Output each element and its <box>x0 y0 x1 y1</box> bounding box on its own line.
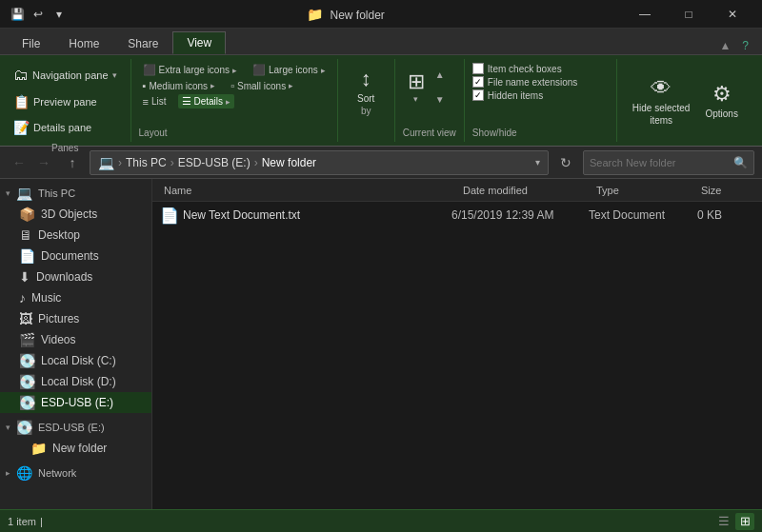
file-name-extensions-row[interactable]: File name extensions <box>472 76 578 88</box>
layout-group-label: Layout <box>139 124 168 138</box>
view-toggles: ☰ ⊞ <box>714 513 754 530</box>
downloads-icon: ⬇ <box>19 269 30 285</box>
hidden-items-row[interactable]: Hidden items <box>472 89 578 101</box>
current-view-controls: ⊞ ▾ ▲ ▼ <box>408 63 451 110</box>
quick-dropdown-btn[interactable]: ▾ <box>50 5 69 24</box>
search-input[interactable] <box>590 157 730 168</box>
quick-undo-btn[interactable]: ↩ <box>29 5 48 24</box>
options-button[interactable]: ⚙ Options <box>697 78 745 123</box>
sidebar-item-music[interactable]: ♪ Music <box>0 287 151 308</box>
esd-expand-arrow: ▾ <box>6 423 10 432</box>
file-size: 0 KB <box>697 208 754 222</box>
item-checkboxes-row[interactable]: Item check boxes <box>472 63 578 74</box>
back-button[interactable]: ← <box>8 151 30 174</box>
large-icon-view-toggle[interactable]: ⊞ <box>735 513 754 530</box>
maximize-button[interactable]: □ <box>667 0 711 29</box>
file-row[interactable]: 📄 New Text Document.txt 6/15/2019 12:39 … <box>152 202 762 228</box>
main-content: ▾ 💻 This PC 📦 3D Objects 🖥 Desktop 📄 Doc… <box>0 179 762 509</box>
this-pc-expand-arrow: ▾ <box>6 188 10 198</box>
sidebar-esd-usb-header[interactable]: ▾ 💽 ESD-USB (E:) <box>0 417 151 438</box>
search-icon: 🔍 <box>733 156 748 169</box>
item-checkboxes-checkbox[interactable] <box>472 63 484 74</box>
music-icon: ♪ <box>19 290 26 305</box>
ribbon-group-panes: 🗂 Navigation pane ▾ 📋 Preview pane 📝 Det… <box>0 59 131 142</box>
current-view-btn[interactable]: ⊞ ▾ <box>408 69 425 104</box>
col-header-type[interactable]: Type <box>592 185 697 196</box>
esd-usb-icon: 💽 <box>19 395 35 410</box>
small-icons-btn[interactable]: ▫ Small icons ▸ <box>227 79 297 92</box>
sidebar-item-new-folder[interactable]: 📁 New folder <box>0 438 151 459</box>
sidebar-item-esd-usb-e[interactable]: 💽 ESD-USB (E:) <box>0 392 151 413</box>
layout-options: ⬛ Extra large icons ▸ ⬛ Large icons ▸ ▪ … <box>139 63 330 108</box>
file-name: New Text Document.txt <box>183 208 448 222</box>
ribbon-group-layout: ⬛ Extra large icons ▸ ⬛ Large icons ▸ ▪ … <box>131 59 338 142</box>
up-button[interactable]: ↑ <box>61 151 84 174</box>
hide-selected-button[interactable]: 👁 Hide selected items <box>625 72 698 129</box>
file-type: Text Document <box>589 208 693 222</box>
local-disk-c-icon: 💽 <box>19 353 35 368</box>
sidebar-item-videos[interactable]: 🎬 Videos <box>0 329 151 350</box>
address-bar: ← → ↑ 💻 › This PC › ESD-USB (E:) › New f… <box>0 147 762 179</box>
close-button[interactable]: ✕ <box>711 0 754 29</box>
address-path[interactable]: 💻 › This PC › ESD-USB (E:) › New folder … <box>90 150 549 175</box>
nav-pane-button[interactable]: 🗂 Navigation pane ▾ <box>8 63 123 88</box>
videos-icon: 🎬 <box>19 332 35 347</box>
ribbon-group-hide-options: 👁 Hide selected items ⚙ Options <box>617 59 753 142</box>
window-controls: — □ ✕ <box>623 0 754 29</box>
sidebar-item-documents[interactable]: 📄 Documents <box>0 246 151 266</box>
details-pane-button[interactable]: 📝 Details pane <box>8 116 97 139</box>
details-btn[interactable]: ☰ Details ▸ <box>178 94 235 108</box>
local-disk-d-icon: 💽 <box>19 374 35 389</box>
sort-button[interactable]: ↕ Sort by <box>350 63 382 120</box>
sidebar-this-pc[interactable]: ▾ 💻 This PC <box>0 183 151 204</box>
list-btn[interactable]: ≡ List <box>139 94 170 108</box>
col-header-size[interactable]: Size <box>697 185 754 196</box>
file-name-extensions-checkbox[interactable] <box>472 76 484 88</box>
pictures-icon: 🖼 <box>19 311 32 326</box>
network-expand-arrow: ▸ <box>6 468 10 478</box>
tab-view[interactable]: View <box>172 31 226 54</box>
details-view-toggle[interactable]: ☰ <box>714 513 733 530</box>
file-area: Name Date modified Type Size 📄 New Text … <box>152 179 762 509</box>
new-folder-icon: 📁 <box>30 441 47 456</box>
col-header-date[interactable]: Date modified <box>459 185 592 196</box>
window-title: 📁 New folder <box>69 7 623 22</box>
sidebar-item-downloads[interactable]: ⬇ Downloads <box>0 266 151 287</box>
ribbon-collapse-btn[interactable]: ▲ <box>713 37 736 54</box>
3d-objects-icon: 📦 <box>19 207 35 222</box>
sort-up-btn[interactable]: ▲ <box>429 63 451 86</box>
file-list: 📄 New Text Document.txt 6/15/2019 12:39 … <box>152 202 762 509</box>
col-header-name[interactable]: Name <box>160 185 459 196</box>
tab-home[interactable]: Home <box>54 31 113 54</box>
sidebar-network-header[interactable]: ▸ 🌐 Network <box>0 463 151 483</box>
ribbon-tabs: File Home Share View ▲ ? <box>0 29 762 55</box>
preview-pane-button[interactable]: 📋 Preview pane <box>8 90 103 113</box>
status-left: 1 item | <box>8 516 43 527</box>
file-list-header: Name Date modified Type Size <box>152 179 762 202</box>
extra-large-icons-btn[interactable]: ⬛ Extra large icons ▸ <box>139 63 241 77</box>
panes-buttons: 🗂 Navigation pane ▾ 📋 Preview pane 📝 Det… <box>8 63 123 139</box>
quick-save-btn[interactable]: 💾 <box>8 5 27 24</box>
current-view-label: Current view <box>403 124 456 138</box>
item-count: 1 item <box>8 516 36 527</box>
sidebar-item-3d-objects[interactable]: 📦 3D Objects <box>0 204 151 225</box>
medium-icons-btn[interactable]: ▪ Medium icons ▸ <box>139 79 220 92</box>
refresh-button[interactable]: ↻ <box>554 151 577 174</box>
ribbon-group-show-hide: Item check boxes File name extensions Hi… <box>465 59 617 142</box>
file-icon-txt: 📄 <box>160 207 179 225</box>
forward-button[interactable]: → <box>32 151 55 174</box>
tab-file[interactable]: File <box>8 31 54 54</box>
sidebar-item-pictures[interactable]: 🖼 Pictures <box>0 308 151 329</box>
sidebar-item-desktop[interactable]: 🖥 Desktop <box>0 225 151 246</box>
sort-down-btn[interactable]: ▼ <box>429 88 451 110</box>
ribbon-group-sort: ↕ Sort by <box>338 59 395 142</box>
sidebar-item-local-disk-d[interactable]: 💽 Local Disk (D:) <box>0 371 151 392</box>
tab-share[interactable]: Share <box>113 31 172 54</box>
minimize-button[interactable]: — <box>623 0 667 29</box>
large-icons-btn[interactable]: ⬛ Large icons ▸ <box>249 63 330 77</box>
nav-arrows: ← → <box>8 151 55 174</box>
search-box[interactable]: 🔍 <box>583 150 754 175</box>
sidebar-item-local-disk-c[interactable]: 💽 Local Disk (C:) <box>0 350 151 371</box>
hidden-items-checkbox[interactable] <box>472 89 484 101</box>
help-btn[interactable]: ? <box>736 37 754 54</box>
